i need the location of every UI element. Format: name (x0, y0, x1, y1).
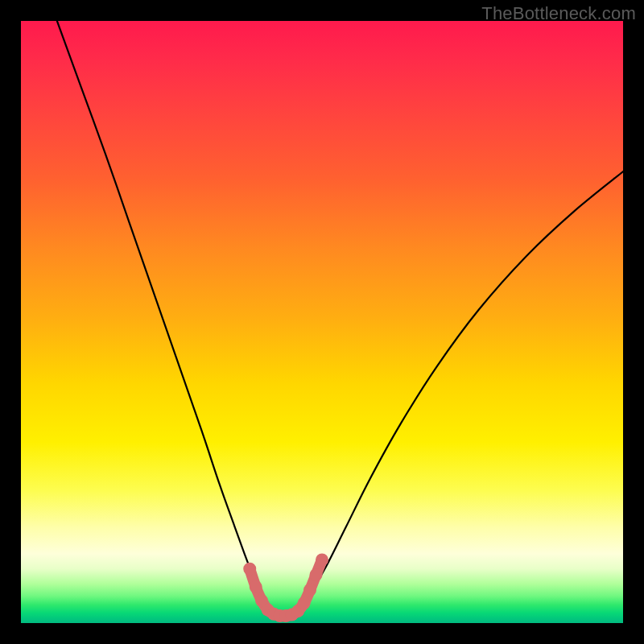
series-path-bottleneck-curve-right (316, 171, 623, 584)
plot-area (21, 21, 623, 623)
highlight-dot (303, 584, 316, 597)
highlight-dot (310, 568, 323, 581)
highlight-dot (298, 597, 311, 609)
highlight-dot (243, 563, 256, 576)
series-path-bottleneck-curve-left (57, 21, 256, 584)
curve-svg (21, 21, 623, 623)
highlight-dot (316, 553, 328, 566)
chart-frame: TheBottleneck.com (0, 0, 644, 644)
highlight-dot (250, 580, 262, 593)
